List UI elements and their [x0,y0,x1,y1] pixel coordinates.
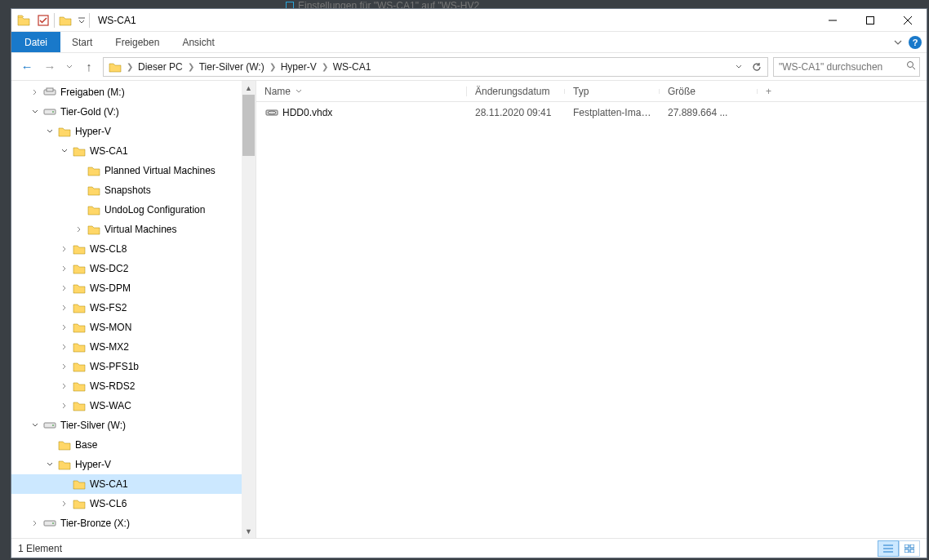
breadcrumb-folder-2[interactable]: WS-CA1 [330,61,375,73]
expand-icon[interactable] [73,224,85,235]
expand-icon[interactable] [59,498,70,509]
folder-icon [72,282,87,295]
tree-item-label: Tier-Bronze (X:) [60,518,130,529]
column-dropdown-icon[interactable] [293,83,304,100]
expand-icon[interactable] [59,400,70,411]
tree-item[interactable]: WS-RDS2 [11,376,242,396]
qat-folder-icon[interactable] [15,11,33,29]
expand-icon[interactable] [59,380,70,392]
search-icon[interactable] [906,60,916,73]
back-button[interactable]: ← [18,58,36,76]
qat-dropdown-icon[interactable] [76,11,87,29]
folder-icon [57,125,72,138]
expand-icon[interactable] [59,282,70,294]
tree-item-label: WS-CA1 [90,145,128,157]
column-header-type[interactable]: Typ [565,86,660,97]
breadcrumb-drive[interactable]: Tier-Silver (W:) [196,61,268,73]
expand-icon[interactable] [29,106,41,118]
folder-icon [72,262,87,275]
share-icon [42,86,57,99]
tree-item[interactable]: WS-PFS1b [11,357,242,376]
tree-item[interactable]: WS-CL8 [11,239,242,259]
tree-item[interactable]: Snapshots [11,180,242,200]
tree-item[interactable]: UndoLog Configuration [11,200,242,220]
ribbon-tab-share[interactable]: Freigeben [104,32,171,52]
address-bar[interactable]: ❯ Dieser PC ❯ Tier-Silver (W:) ❯ Hyper-V… [103,57,768,77]
expand-icon[interactable] [59,322,70,333]
tree-item[interactable]: Hyper-V [11,122,242,141]
tree-item[interactable]: Base [11,435,242,455]
help-icon[interactable]: ? [909,36,922,49]
minimize-button[interactable] [814,9,851,32]
file-tab[interactable]: Datei [11,32,60,52]
tree-item[interactable]: WS-CL6 [11,494,242,513]
tree-item[interactable]: WS-CA1 [11,474,242,494]
explorer-body: Freigaben (M:)Tier-Gold (V:)Hyper-VWS-CA… [11,81,927,538]
breadcrumb-sep-icon[interactable]: ❯ [125,62,135,71]
tree-item-label: WS-PFS1b [90,361,139,372]
tree-item[interactable]: Tier-Silver (W:) [11,416,242,435]
ribbon-tab-start[interactable]: Start [60,32,104,52]
column-add-button[interactable]: + [758,86,780,97]
breadcrumb-this-pc[interactable]: Dieser PC [135,61,186,73]
tree-item[interactable]: Planned Virtual Machines [11,161,242,180]
folder-icon [72,340,87,353]
tree-item-label: WS-DPM [90,282,131,294]
drive-icon [42,419,57,432]
title-separator [89,13,90,28]
tree-item[interactable]: Freigaben (M:) [11,82,242,102]
forward-button[interactable]: → [41,58,59,76]
scroll-up-button[interactable]: ▲ [242,81,256,95]
expand-icon[interactable] [29,420,41,431]
view-details-button[interactable] [878,540,899,557]
expand-icon[interactable] [29,87,41,98]
tree-item[interactable]: Tier-Gold (V:) [11,102,242,122]
view-thumbnails-button[interactable] [899,540,920,557]
scroll-thumb[interactable] [242,95,255,156]
up-button[interactable]: ↑ [80,58,98,76]
tree-item[interactable]: WS-DPM [11,278,242,298]
expand-icon[interactable] [59,145,70,157]
expand-icon[interactable] [44,459,56,470]
tree-scrollbar[interactable]: ▲ ▼ [242,81,256,538]
breadcrumb-folder-1[interactable]: Hyper-V [278,61,320,73]
recent-locations-button[interactable] [64,58,75,76]
expand-icon[interactable] [59,243,70,255]
tree-item[interactable]: Virtual Machines [11,220,242,239]
address-dropdown-button[interactable] [730,58,748,76]
expand-icon[interactable] [59,302,70,313]
qat-current-folder-icon [56,11,74,29]
expand-icon[interactable] [59,341,70,353]
qat-properties-icon[interactable] [34,11,52,29]
expand-icon[interactable] [44,126,56,137]
tree-item[interactable]: WS-WAC [11,396,242,416]
tree-item-label: Hyper-V [75,126,111,137]
tree-item[interactable]: WS-MON [11,318,242,337]
expand-icon[interactable] [59,361,70,372]
breadcrumb-sep-icon[interactable]: ❯ [186,62,196,71]
refresh-button[interactable] [748,58,766,76]
file-row[interactable]: HDD0.vhdx28.11.2020 09:41Festplatten-Ima… [256,102,927,123]
tree-item[interactable]: WS-MX2 [11,337,242,357]
ribbon-tab-view[interactable]: Ansicht [171,32,225,52]
column-header-size[interactable]: Größe [660,86,758,97]
search-input[interactable] [777,60,903,73]
title-bar: WS-CA1 [11,9,927,32]
column-header-date[interactable]: Änderungsdatum [467,86,565,97]
breadcrumb-sep-icon[interactable]: ❯ [268,62,278,71]
column-header-name[interactable]: Name [256,83,467,100]
window-title: WS-CA1 [98,15,136,26]
scroll-down-button[interactable]: ▼ [242,524,256,538]
tree-item[interactable]: WS-DC2 [11,259,242,278]
tree-item[interactable]: WS-CA1 [11,141,242,161]
search-box[interactable] [773,57,920,77]
tree-item[interactable]: Tier-Bronze (X:) [11,513,242,533]
maximize-button[interactable] [851,9,889,32]
tree-item[interactable]: WS-FS2 [11,298,242,318]
tree-item[interactable]: Hyper-V [11,455,242,474]
ribbon-expand-icon[interactable] [894,38,902,47]
breadcrumb-sep-icon[interactable]: ❯ [320,62,330,71]
close-button[interactable] [889,9,927,32]
expand-icon[interactable] [29,518,41,529]
expand-icon[interactable] [59,263,70,274]
